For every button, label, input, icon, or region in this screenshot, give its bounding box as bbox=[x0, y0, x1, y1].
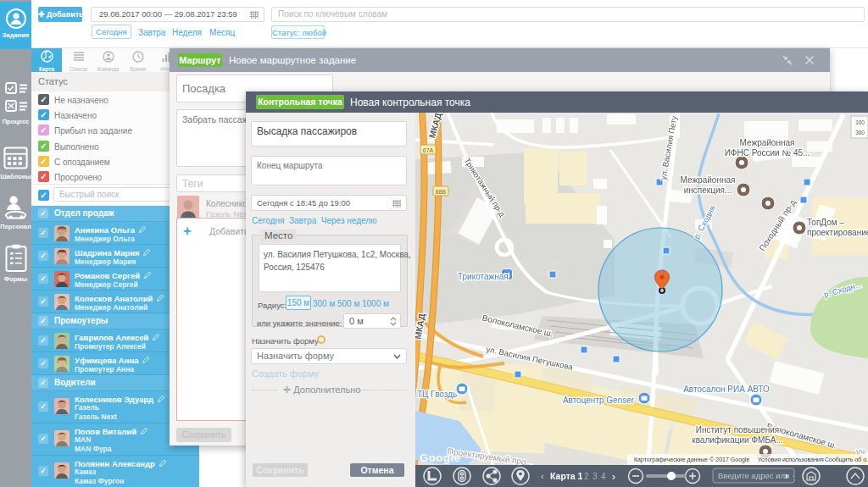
svg-text:Карта 1: Карта 1 bbox=[550, 471, 583, 481]
svg-text:Институт повышения: Институт повышения bbox=[696, 425, 780, 434]
svg-text:Автосалон РИА АВТО: Автосалон РИА АВТО bbox=[683, 385, 770, 394]
svg-text:100: 100 bbox=[855, 119, 865, 125]
svg-text:Картографические данные © 2017: Картографические данные © 2017 Google bbox=[634, 457, 749, 463]
svg-text:Введите адрес или ·: Введите адрес или · bbox=[718, 471, 794, 480]
svg-text:4: 4 bbox=[601, 472, 606, 481]
svg-text:3: 3 bbox=[593, 472, 598, 481]
svg-text:Google: Google bbox=[420, 451, 460, 464]
svg-text:ТЦ Гвоздь: ТЦ Гвоздь bbox=[417, 390, 457, 399]
svg-text:Условия использования: Условия использования bbox=[758, 457, 824, 462]
svg-text:300: 300 bbox=[855, 130, 865, 136]
svg-text:‹: ‹ bbox=[541, 471, 544, 481]
svg-text:2: 2 bbox=[584, 472, 589, 481]
svg-text:ТопДом –: ТопДом – bbox=[807, 218, 844, 227]
svg-text:Межрайонная: Межрайонная bbox=[740, 138, 795, 147]
svg-text:67А: 67А bbox=[423, 147, 434, 153]
svg-text:88В: 88В bbox=[436, 189, 447, 195]
svg-text:›: › bbox=[612, 471, 615, 483]
svg-text:ИФНС России № 45...: ИФНС России № 45... bbox=[725, 148, 810, 158]
svg-text:Сообщить об о...: Сообщить об о... bbox=[825, 457, 868, 463]
svg-text:Трикотажная: Трикотажная bbox=[458, 272, 509, 281]
svg-text:Автоцентр Genser: Автоцентр Genser bbox=[563, 396, 635, 405]
svg-text:проектирование ...: проектирование ... bbox=[807, 228, 868, 237]
svg-text:квалификации ФМБА...: квалификации ФМБА... bbox=[692, 435, 783, 445]
svg-text:инспекция...: инспекция... bbox=[684, 185, 732, 195]
svg-text:›: › bbox=[785, 470, 788, 482]
svg-text:Межрайонная: Межрайонная bbox=[681, 175, 736, 185]
